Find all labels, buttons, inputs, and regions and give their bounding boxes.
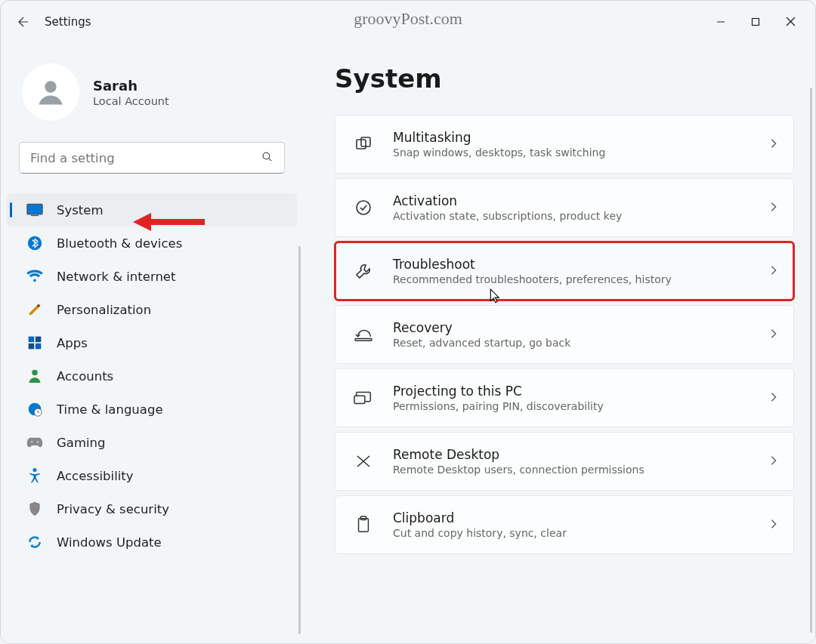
search-input[interactable] (30, 151, 261, 165)
card-title: Recovery (393, 320, 750, 335)
chevron-right-icon (769, 328, 778, 342)
svg-rect-24 (355, 339, 372, 341)
svg-rect-11 (29, 337, 35, 343)
accounts-icon (26, 368, 43, 384)
sidebar-item-apps[interactable]: Apps (7, 326, 297, 359)
sidebar-item-gaming[interactable]: Gaming (7, 426, 297, 459)
wrench-icon (354, 261, 373, 281)
profile-block[interactable]: Sarah Local Account (1, 50, 303, 142)
chevron-right-icon (769, 454, 778, 469)
apps-icon (26, 334, 43, 351)
system-icon (26, 202, 43, 218)
titlebar: Settings groovyPost.com (1, 1, 815, 42)
close-button[interactable] (773, 9, 808, 35)
card-title: Remote Desktop (393, 447, 750, 462)
sidebar-item-label: System (57, 203, 104, 217)
sidebar-item-accessibility[interactable]: Accessibility (7, 459, 297, 492)
svg-rect-27 (359, 519, 369, 532)
svg-rect-7 (27, 204, 42, 214)
nav-list: System Bluetooth & devices Network & int… (1, 193, 303, 559)
chevron-right-icon (769, 518, 778, 532)
back-button[interactable] (8, 7, 39, 37)
sidebar-item-label: Accounts (57, 369, 113, 384)
card-projecting[interactable]: Projecting to this PCPermissions, pairin… (335, 368, 794, 427)
card-remotedesktop[interactable]: Remote DesktopRemote Desktop users, conn… (335, 432, 794, 491)
card-activation[interactable]: ActivationActivation state, subscription… (335, 178, 794, 237)
svg-point-5 (263, 153, 270, 159)
annotation-arrow (133, 211, 209, 233)
content-scrollbar[interactable] (810, 88, 812, 633)
svg-rect-9 (31, 215, 39, 216)
sidebar-scrollbar[interactable] (298, 246, 301, 634)
card-title: Clipboard (393, 510, 750, 525)
avatar (22, 63, 79, 121)
sidebar-item-label: Privacy & security (57, 502, 169, 516)
card-sub: Snap windows, desktops, task switching (393, 146, 750, 159)
search-box[interactable] (19, 142, 285, 174)
svg-rect-26 (354, 396, 365, 403)
sidebar-item-accounts[interactable]: Accounts (7, 359, 297, 393)
svg-rect-13 (29, 344, 35, 350)
card-title: Projecting to this PC (393, 384, 750, 399)
card-clipboard[interactable]: ClipboardCut and copy history, sync, cle… (335, 495, 794, 554)
card-title: Activation (393, 193, 750, 208)
svg-point-15 (32, 370, 38, 376)
profile-sub: Local Account (93, 95, 169, 107)
minimize-button[interactable] (703, 9, 738, 35)
clipboard-icon (354, 515, 373, 535)
sidebar-item-update[interactable]: Windows Update (7, 525, 297, 559)
card-title: Troubleshoot (393, 257, 750, 272)
bluetooth-icon (26, 235, 43, 251)
app-title: Settings (45, 15, 91, 29)
search-icon (261, 150, 274, 166)
sidebar-item-privacy[interactable]: Privacy & security (7, 492, 297, 525)
svg-point-19 (37, 441, 39, 442)
sidebar-item-label: Network & internet (57, 270, 175, 284)
sidebar: Sarah Local Account System Bluetooth & d… (1, 42, 303, 643)
sidebar-item-label: Apps (57, 336, 88, 350)
content-area: System MultitaskingSnap windows, desktop… (303, 42, 815, 643)
wifi-icon (26, 268, 43, 285)
svg-point-23 (357, 201, 370, 214)
card-troubleshoot[interactable]: TroubleshootRecommended troubleshooters,… (335, 242, 794, 300)
card-sub: Recommended troubleshooters, preferences… (393, 273, 750, 285)
svg-point-18 (31, 441, 32, 442)
accessibility-icon (26, 467, 43, 484)
maximize-button[interactable] (738, 9, 773, 35)
checkmark-circle-icon (354, 198, 373, 217)
sidebar-item-personalization[interactable]: Personalization (7, 293, 297, 326)
card-sub: Permissions, pairing PIN, discoverabilit… (393, 400, 750, 412)
card-sub: Cut and copy history, sync, clear (393, 527, 750, 539)
recovery-icon (354, 325, 373, 344)
card-multitasking[interactable]: MultitaskingSnap windows, desktops, task… (335, 115, 794, 174)
svg-rect-14 (36, 344, 42, 350)
update-icon (26, 534, 43, 550)
multitasking-icon (354, 134, 373, 154)
card-sub: Reset, advanced startup, go back (393, 337, 750, 349)
chevron-right-icon (769, 264, 778, 279)
watermark: groovyPost.com (354, 9, 462, 29)
sidebar-item-label: Windows Update (57, 535, 162, 550)
svg-marker-30 (133, 213, 151, 231)
shield-icon (26, 501, 43, 517)
globe-clock-icon (26, 401, 43, 418)
gamepad-icon (26, 434, 43, 451)
card-recovery[interactable]: RecoveryReset, advanced startup, go back (335, 305, 794, 364)
svg-point-4 (45, 81, 56, 92)
sidebar-item-network[interactable]: Network & internet (7, 260, 297, 293)
card-title: Multitasking (393, 130, 750, 145)
svg-line-6 (269, 158, 272, 161)
sidebar-item-label: Time & language (57, 402, 163, 417)
sidebar-item-label: Accessibility (57, 469, 134, 483)
profile-name: Sarah (93, 78, 169, 94)
sidebar-item-time[interactable]: Time & language (7, 393, 297, 426)
paintbrush-icon (26, 301, 43, 318)
page-title: System (335, 63, 794, 94)
svg-rect-1 (753, 18, 759, 25)
card-sub: Remote Desktop users, connection permiss… (393, 464, 750, 476)
svg-point-20 (33, 468, 37, 472)
card-sub: Activation state, subscriptions, product… (393, 210, 750, 222)
sidebar-item-label: Gaming (57, 436, 106, 450)
sidebar-item-label: Personalization (57, 303, 151, 317)
remote-desktop-icon (354, 451, 373, 471)
